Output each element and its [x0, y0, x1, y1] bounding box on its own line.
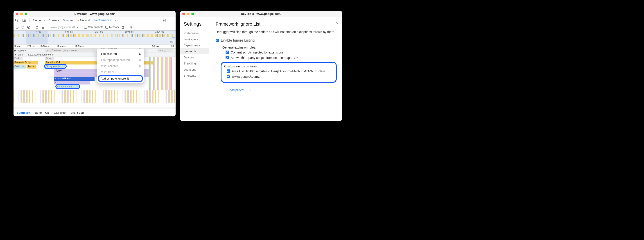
overview-net-label: NET [170, 40, 175, 43]
details-tabs: Summary Bottom-Up Call Tree Event Log [14, 109, 176, 117]
annotation-highlight [55, 84, 80, 89]
overview-tick: 1994 ms [125, 31, 134, 33]
ctx-hide-function[interactable]: Hide functionH [97, 49, 144, 51]
enable-ignore-listing[interactable]: Enable Ignore Listing [216, 38, 337, 42]
tab-elements[interactable]: Elements [32, 18, 45, 23]
overview-tick: 1494 ms [94, 31, 103, 33]
rule-third-party[interactable]: Known third-party scripts from source ma… [226, 56, 337, 60]
checkbox-icon[interactable] [226, 51, 229, 54]
nav-shortcuts[interactable]: Shortcuts [184, 73, 209, 79]
clear-icon[interactable] [27, 25, 30, 29]
timeline-overview[interactable]: 4 ms 994 ms 1494 ms 1994 ms 2494 ms CPU … [14, 31, 176, 44]
tab-performance[interactable]: Performance [94, 17, 112, 23]
page-title: Framework Ignore List [216, 21, 337, 27]
tab-sources[interactable]: Sources [62, 18, 74, 23]
ctx-hide-repeating: Hide repeating childrenR [97, 57, 144, 63]
more-tabs-icon[interactable]: » [114, 19, 116, 22]
svg-point-4 [16, 26, 18, 28]
checkbox-icon[interactable] [227, 69, 230, 73]
nav-ignore-list[interactable]: Ignore List [180, 48, 209, 54]
svg-point-6 [131, 26, 132, 28]
tab-console[interactable]: Console [48, 18, 60, 23]
capture-settings-icon[interactable] [130, 25, 133, 29]
annotation-highlight [44, 64, 67, 69]
performance-toolbar: www.google.com #1 Screenshots Memory [14, 24, 176, 31]
memory-toggle[interactable]: Memory [105, 26, 119, 29]
ctx-reset-trace: Reset trace [97, 69, 144, 75]
devtools-settings-window: DevTools - www.google.com/ Settings Pref… [180, 11, 342, 121]
flamegraph[interactable]: ▶ Network gen_204 (www.google.com) clien… [14, 49, 176, 107]
window-titlebar[interactable]: DevTools - www.google.com/ [180, 11, 342, 17]
custom-rules-box: Custom exclusion rules: /ee=ALeJib:B8gLw… [220, 62, 337, 83]
flame-frame[interactable]: Evaluate Script [14, 61, 38, 65]
network-entry[interactable]: gen_204 (www.google.com) [45, 49, 94, 52]
tab-network[interactable]: Network [77, 18, 92, 23]
flame-frame[interactable]: On i…list [14, 65, 26, 69]
flame-frame-selected[interactable]: z.handleEvent [54, 77, 94, 81]
svg-point-3 [164, 20, 166, 21]
network-entry[interactable]: client_ [158, 49, 173, 52]
settings-sidebar: Settings Preferences Workspace Experimen… [180, 17, 209, 121]
flame-dense-region [14, 90, 176, 103]
overview-selection[interactable] [26, 31, 48, 44]
nav-devices[interactable]: Devices [184, 54, 209, 60]
custom-rule-2[interactable]: www\.google\.com\b [227, 75, 334, 78]
nav-workspace[interactable]: Workspace [184, 36, 209, 42]
tab-summary[interactable]: Summary [17, 111, 30, 114]
help-icon[interactable]: ? [294, 56, 298, 59]
main-track-header[interactable]: ▼ Main — https://www.google.com/ [14, 53, 176, 57]
custom-rule-1[interactable]: /ee=ALeJib:B8gLwd;AfeaP:TkrAjf;Afksuc:wM… [227, 69, 334, 73]
recording-select[interactable]: www.google.com #1 [50, 25, 80, 29]
nav-experiments[interactable]: Experiments [184, 42, 209, 48]
window-title: DevTools - www.google.com/ [180, 12, 342, 15]
page-description: Debugger will skip through the scripts a… [216, 30, 337, 34]
reload-icon[interactable] [21, 25, 25, 29]
settings-content: ✕ Framework Ignore List Debugger will sk… [209, 17, 342, 121]
window-title: DevTools - www.google.com/ [14, 12, 176, 15]
flame-task[interactable]: Task [45, 57, 54, 60]
inspect-icon[interactable] [15, 19, 19, 22]
window-titlebar[interactable]: DevTools - www.google.com/ [14, 11, 176, 17]
custom-rules-heading: Custom exclusion rules: [224, 65, 334, 68]
overview-tick: 2494 ms [155, 31, 164, 33]
rule-content-scripts[interactable]: Content scripts injected by extensions [226, 51, 337, 54]
nav-preferences[interactable]: Preferences [184, 30, 209, 36]
gc-icon[interactable] [121, 25, 125, 29]
general-rules-heading: General exclusion rules: [222, 46, 337, 49]
overview-cpu-label: CPU [170, 36, 175, 39]
checkbox-icon[interactable] [226, 56, 229, 59]
time-ruler: 9 ms 324 ms 329 ms 334 ms 339 ms 359 ms … [14, 44, 176, 49]
kebab-icon[interactable]: ⋮ [170, 18, 174, 22]
panel-tabs: Elements Console Sources Network Perform… [14, 17, 176, 24]
tab-call-tree[interactable]: Call Tree [54, 111, 66, 114]
flame-context-menu: Hide functionH Hide childrenC Hide repea… [97, 49, 144, 83]
upload-icon[interactable] [35, 25, 39, 29]
flame-task[interactable]: Task [14, 57, 22, 60]
tab-bottom-up[interactable]: Bottom-Up [35, 111, 49, 114]
ctx-hide-children[interactable]: Hide childrenC [97, 51, 144, 57]
overview-tick: 994 ms [65, 31, 73, 33]
settings-gear-icon[interactable] [162, 19, 167, 22]
settings-title: Settings [184, 21, 209, 27]
download-icon[interactable] [41, 25, 45, 29]
flame-dense-region [148, 57, 173, 90]
ctx-reset-children: Reset childrenU [97, 63, 144, 69]
close-icon[interactable]: ✕ [335, 20, 338, 25]
ctx-add-ignore[interactable]: Add script to ignore list [98, 75, 143, 82]
tab-event-log[interactable]: Event Log [70, 111, 84, 114]
record-icon[interactable] [15, 25, 19, 29]
devtools-performance-window: DevTools - www.google.com/ Elements Cons… [14, 11, 176, 117]
network-track-header[interactable]: ▶ Network [14, 49, 176, 53]
nav-locations[interactable]: Locations [184, 67, 209, 73]
flame-frame[interactable]: Ru…s [26, 65, 36, 69]
checkbox-icon[interactable] [227, 75, 230, 78]
device-toolbar-icon[interactable] [22, 19, 26, 22]
add-pattern-button[interactable]: Add pattern... [226, 87, 251, 93]
screenshots-toggle[interactable]: Screenshots [84, 26, 103, 29]
nav-throttling[interactable]: Throttling [184, 60, 209, 67]
checkbox-icon[interactable] [216, 39, 219, 42]
